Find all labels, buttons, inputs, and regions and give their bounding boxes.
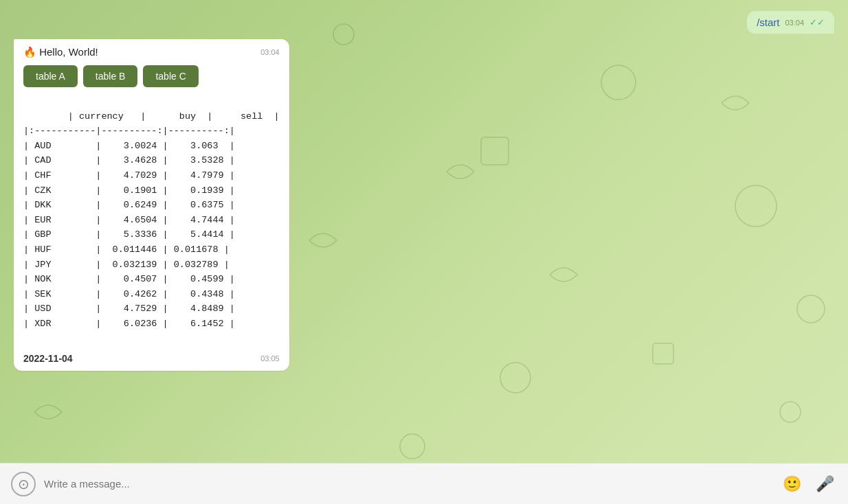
hello-row: 🔥 Hello, World! 03:04 <box>23 46 280 58</box>
table-b-button[interactable]: table B <box>83 65 138 87</box>
voice-icon: 🎤 <box>816 475 834 493</box>
attach-button[interactable]: ⊙ <box>11 472 36 496</box>
received-message: 🔥 Hello, World! 03:04 table A table B ta… <box>14 39 289 371</box>
table-c-button[interactable]: table C <box>143 65 198 87</box>
double-check-icon: ✓✓ <box>810 17 825 27</box>
message-input[interactable] <box>44 478 771 490</box>
table-time: 03:05 <box>260 354 280 363</box>
chat-area: /start 03:04 ✓✓ 🔥 Hello, World! 03:04 ta… <box>0 0 848 463</box>
table-footer: 2022-11-04 03:05 <box>23 353 280 364</box>
start-time: 03:04 <box>785 19 804 27</box>
attach-icon: ⊙ <box>18 476 30 492</box>
emoji-icon: 🙂 <box>783 475 801 493</box>
currency-table: | currency | buy | sell | |:-----------|… <box>23 94 280 346</box>
fire-emoji: 🔥 <box>23 46 36 58</box>
start-command: /start <box>757 16 779 28</box>
hello-text: 🔥 Hello, World! <box>23 46 98 58</box>
table-buttons: table A table B table C <box>23 65 280 87</box>
emoji-button[interactable]: 🙂 <box>779 472 804 496</box>
table-date: 2022-11-04 <box>23 353 73 364</box>
start-bubble: /start 03:04 ✓✓ <box>747 11 834 34</box>
sent-start-message: /start 03:04 ✓✓ <box>747 11 834 34</box>
table-header-row: | currency | buy | sell | |:-----------|… <box>23 111 280 329</box>
message-bubble: 🔥 Hello, World! 03:04 table A table B ta… <box>14 39 289 371</box>
input-bar: ⊙ 🙂 🎤 <box>0 463 848 504</box>
table-a-button[interactable]: table A <box>23 65 78 87</box>
voice-button[interactable]: 🎤 <box>812 472 837 496</box>
hello-time: 03:04 <box>260 48 280 56</box>
